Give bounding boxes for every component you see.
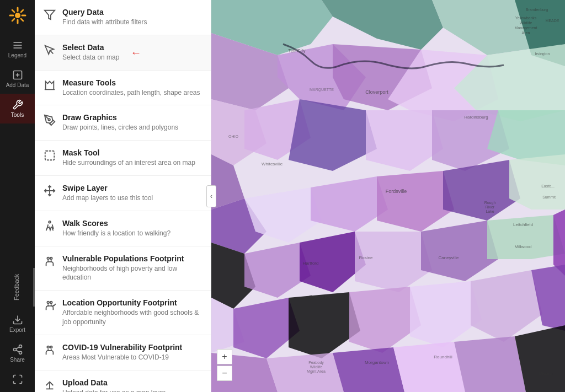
feedback-label: Feedback (13, 274, 20, 300)
svg-text:Brandenburg: Brandenburg (526, 8, 548, 12)
sidebar-item-zoom[interactable] (0, 368, 35, 392)
measure-icon (44, 79, 56, 92)
zoom-out-button[interactable]: − (217, 366, 232, 381)
map-zoom-controls: + − (217, 349, 232, 381)
svg-text:River: River (486, 205, 495, 209)
select-icon (44, 44, 56, 56)
svg-text:Wildlife: Wildlife (310, 365, 323, 369)
svg-point-30 (47, 302, 49, 304)
svg-marker-62 (509, 154, 565, 210)
svg-text:Mgmt Area: Mgmt Area (307, 369, 326, 374)
red-arrow-indicator: ← (130, 46, 141, 59)
svg-text:Peabody: Peabody (308, 361, 324, 365)
svg-text:Yellowbanks: Yellowbanks (515, 16, 537, 20)
svg-marker-80 (393, 342, 465, 392)
svg-point-19 (19, 351, 22, 354)
panel-item-mask-tool[interactable]: Mask Tool Hide surroundings of an intere… (35, 141, 211, 176)
svg-text:Hardinsburg: Hardinsburg (464, 115, 488, 120)
covid-vulnerability-desc: Areas Most Vulnerable to COVID-19 (62, 353, 182, 362)
panel-item-select-data[interactable]: Select Data Select data on map ← (35, 35, 211, 71)
svg-text:Roundhill: Roundhill (434, 355, 452, 359)
svg-point-26 (47, 257, 49, 259)
covid-icon (44, 344, 56, 356)
sidebar-add-data-label: Add Data (6, 82, 29, 88)
draw-graphics-title: Draw Graphics (62, 113, 178, 122)
svg-marker-78 (266, 353, 344, 392)
location-opp-icon (44, 299, 56, 312)
svg-point-9 (15, 13, 20, 18)
panel-item-location-opportunity[interactable]: Location Opportunity Footprint Affordabl… (35, 291, 211, 335)
svg-text:Area: Area (522, 31, 530, 35)
panel-collapse-button[interactable]: ‹ (206, 185, 216, 207)
sidebar-tools-label: Tools (11, 112, 24, 118)
svg-text:Lake: Lake (486, 210, 494, 213)
sidebar-share-label: Share (10, 357, 25, 363)
panel-item-vulnerable-populations[interactable]: Vulnerable Populations Footprint Neighbo… (35, 246, 211, 291)
svg-marker-22 (45, 10, 55, 20)
sidebar-item-feedback[interactable]: Feedback (0, 268, 35, 307)
svg-text:Missouri...: Missouri... (539, 372, 557, 375)
svg-text:Management: Management (515, 26, 537, 30)
sidebar-legend-label: Legend (8, 52, 26, 58)
map-area[interactable]: Tell City Cloverport Hardinsburg Whitesv… (211, 0, 565, 392)
sidebar-item-add-data[interactable]: Add Data (0, 64, 35, 94)
sidebar-item-tools[interactable]: Tools (0, 94, 35, 123)
tools-panel: Query Data Find data with attribute filt… (35, 0, 211, 392)
sidebar-item-export[interactable]: Export (0, 309, 35, 339)
svg-text:Leitchfield: Leitchfield (513, 222, 533, 227)
vulnerable-icon (44, 255, 56, 267)
measure-tools-desc: Location coordinates, path length, shape… (62, 88, 200, 98)
svg-text:MARQUETTE: MARQUETTE (310, 88, 334, 92)
mask-tool-desc: Hide surroundings of an interest area on… (62, 158, 195, 168)
svg-text:Beaver Dam: Beaver Dam (310, 294, 334, 299)
svg-point-18 (13, 348, 16, 351)
svg-text:Millwood: Millwood (514, 244, 531, 249)
svg-point-23 (48, 119, 50, 121)
svg-line-20 (16, 350, 19, 352)
draw-icon (44, 114, 56, 126)
svg-text:Fordsville: Fordsville (386, 189, 407, 194)
svg-text:Rosine: Rosine (359, 255, 373, 260)
svg-text:Whitesville: Whitesville (262, 162, 283, 167)
panel-item-upload-data[interactable]: Upload Data Upload data for use as a map… (35, 370, 211, 392)
panel-item-draw-graphics[interactable]: Draw Graphics Draw points, lines, circle… (35, 105, 211, 141)
svg-text:Irvington: Irvington (535, 52, 550, 56)
panel-item-query-data[interactable]: Query Data Find data with attribute filt… (35, 0, 211, 35)
panel-item-walk-scores[interactable]: Walk Scores How friendly is a location t… (35, 211, 211, 246)
panel-item-swipe-layer[interactable]: Swipe Layer Add map layers to use this t… (35, 176, 211, 211)
svg-point-31 (50, 302, 52, 304)
query-data-title: Query Data (62, 8, 147, 17)
svg-text:Caneyville: Caneyville (439, 255, 459, 260)
filter-icon (44, 9, 56, 21)
swipe-layer-desc: Add map layers to use this tool (62, 194, 153, 203)
sidebar-item-share[interactable]: Share (0, 339, 35, 368)
svg-rect-24 (45, 151, 55, 160)
svg-marker-81 (454, 336, 526, 392)
panel-item-measure-tools[interactable]: Measure Tools Location coordinates, path… (35, 71, 211, 106)
app-logo (7, 4, 29, 29)
mask-tool-title: Mask Tool (62, 148, 195, 157)
sidebar-export-label: Export (9, 327, 25, 333)
mask-icon (44, 149, 56, 162)
walk-scores-desc: How friendly is a location to walking? (62, 229, 170, 238)
sidebar-item-legend[interactable]: Legend (0, 34, 35, 64)
draw-graphics-desc: Draw points, lines, circles and polygons (62, 123, 178, 132)
location-opportunity-title: Location Opportunity Footprint (62, 298, 202, 307)
vulnerable-populations-title: Vulnerable Populations Footprint (62, 254, 202, 263)
svg-line-21 (16, 347, 19, 348)
walk-scores-title: Walk Scores (62, 219, 170, 228)
svg-text:Morgantown: Morgantown (365, 360, 389, 365)
zoom-in-button[interactable]: + (217, 349, 232, 364)
svg-text:Cloverport: Cloverport (365, 89, 388, 95)
svg-text:Rough: Rough (484, 201, 496, 205)
svg-text:Wildlife: Wildlife (520, 21, 532, 25)
svg-point-34 (47, 346, 49, 348)
panel-item-covid-vulnerability[interactable]: COVID-19 Vulnerability Footprint Areas M… (35, 335, 211, 370)
upload-icon (44, 379, 56, 391)
svg-text:Hartford: Hartford (303, 261, 319, 266)
measure-tools-title: Measure Tools (62, 78, 200, 87)
icon-bar: Legend Add Data Tools Feedback Export S (0, 0, 35, 392)
walk-icon (44, 220, 56, 232)
svg-point-27 (50, 257, 52, 259)
location-opportunity-desc: Affordable neighborhoods with good schoo… (62, 308, 202, 327)
